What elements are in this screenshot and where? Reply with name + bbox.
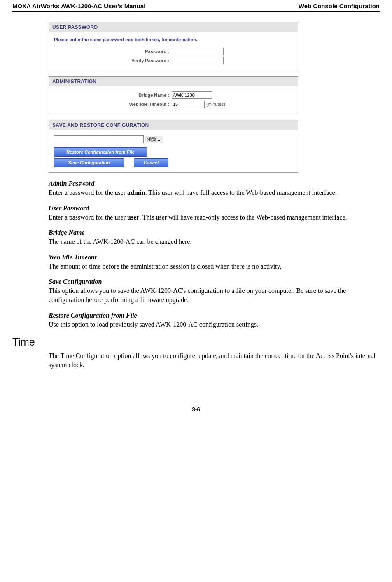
text-time: The Time Configuration option allows you… <box>49 351 380 369</box>
panel-user-password: USER PASSWORD Please enter the same pass… <box>49 22 298 70</box>
verify-password-input[interactable] <box>172 57 224 64</box>
text-web-idle-timeout: The amount of time before the administra… <box>49 262 380 271</box>
verify-password-label: Verify Password : <box>54 58 172 63</box>
panel-title-user-password: USER PASSWORD <box>49 22 298 32</box>
text-bridge-name: The name of the AWK-1200-AC can be chang… <box>49 237 380 246</box>
cancel-button[interactable]: Cancel <box>134 158 168 167</box>
timeout-unit: (minutes) <box>206 102 225 107</box>
save-config-button[interactable]: Save Configuration <box>54 158 124 167</box>
text-save-configuration: This option allows you to save the AWK-1… <box>49 286 380 304</box>
text-admin-password-1: Enter a password for the user <box>49 189 127 196</box>
text-admin-password: Enter a password for the user admin. Thi… <box>49 188 380 197</box>
panel-title-save-restore: SAVE AND RESTORE CONFIGURATION <box>49 120 298 130</box>
password-input[interactable] <box>172 48 224 55</box>
header-left: MOXA AirWorks AWK-1200-AC User's Manual <box>12 2 145 9</box>
text-admin-password-bold: admin <box>127 189 145 196</box>
heading-time: Time <box>12 336 380 348</box>
panel-administration: ADMINISTRATION Bridge Name : Web Idle Ti… <box>49 76 298 114</box>
browse-button[interactable]: 瀏覽... <box>145 136 163 143</box>
heading-bridge-name: Bridge Name <box>49 229 380 236</box>
text-user-password-2: . This user will have read-only access t… <box>139 214 347 221</box>
web-idle-timeout-label: Web Idle Timeout : <box>54 102 172 107</box>
password-label: Password : <box>54 49 172 54</box>
heading-user-password: User Password <box>49 205 380 212</box>
user-password-instruction: Please enter the same password into both… <box>54 37 293 42</box>
header-right: Web Console Configuration <box>299 2 380 9</box>
text-restore-configuration: Use this option to load previously saved… <box>49 320 380 329</box>
text-user-password-1: Enter a password for the user <box>49 214 127 221</box>
bridge-name-input[interactable] <box>172 91 212 99</box>
web-idle-timeout-input[interactable] <box>172 101 205 108</box>
text-admin-password-2: . This user will have full access to the… <box>145 189 337 196</box>
heading-admin-password: Admin Password <box>49 180 380 187</box>
header-rule <box>12 11 380 12</box>
text-user-password-bold: user <box>127 214 139 221</box>
heading-web-idle-timeout: Web Idle Timeout <box>49 254 380 261</box>
panel-save-restore: SAVE AND RESTORE CONFIGURATION 瀏覽... Res… <box>49 120 298 173</box>
panel-title-administration: ADMINISTRATION <box>49 77 298 86</box>
heading-restore-configuration: Restore Configuration from File <box>49 312 380 319</box>
file-path-input[interactable] <box>54 135 144 143</box>
config-screenshot: USER PASSWORD Please enter the same pass… <box>49 22 298 173</box>
text-user-password: Enter a password for the user user. This… <box>49 213 380 222</box>
heading-save-configuration: Save Configuration <box>49 278 380 285</box>
page-number: 3-6 <box>0 406 392 413</box>
restore-config-button[interactable]: Restore Configuration from File <box>54 147 147 157</box>
bridge-name-label: Bridge Name : <box>54 93 172 98</box>
